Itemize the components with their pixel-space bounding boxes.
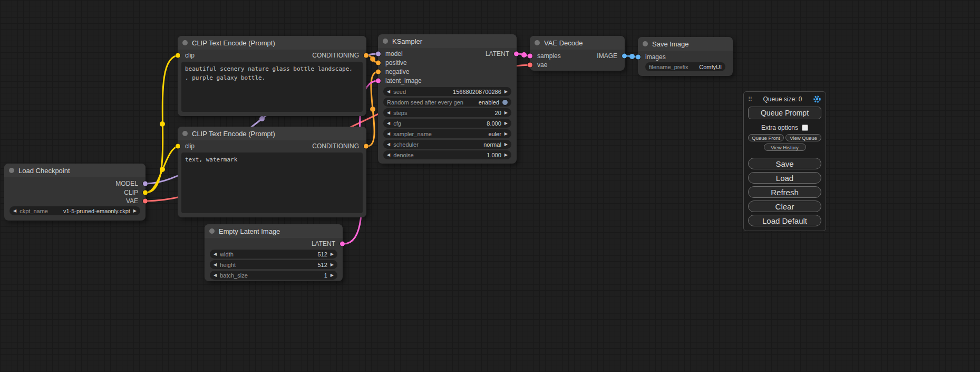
widget-scheduler[interactable]: ◀ scheduler normal ▶ — [383, 140, 511, 149]
input-slot-latent-image[interactable]: latent_image — [378, 77, 422, 85]
decrement-arrow-icon[interactable]: ◀ — [387, 129, 390, 138]
widget-ckpt-name[interactable]: ◀ ckpt_name v1-5-pruned-emaonly.ckpt ▶ — [9, 206, 140, 215]
input-slot-clip[interactable]: clip — [178, 142, 195, 150]
widget-steps[interactable]: ◀ steps 20 ▶ — [383, 108, 511, 117]
node-load-checkpoint[interactable]: Load Checkpoint MODEL CLIP VAE ◀ ckpt_na… — [4, 164, 145, 221]
toggle-knob-icon[interactable] — [502, 100, 508, 105]
decrement-arrow-icon[interactable]: ◀ — [214, 250, 217, 259]
conditioning-input-dot[interactable] — [376, 61, 381, 65]
collapse-dot-icon[interactable] — [535, 40, 540, 45]
collapse-dot-icon[interactable] — [209, 228, 215, 234]
node-header[interactable]: Save Image — [638, 37, 733, 51]
collapse-dot-icon[interactable] — [182, 131, 188, 136]
decrement-arrow-icon[interactable]: ◀ — [214, 260, 217, 269]
conditioning-output-dot[interactable] — [364, 53, 368, 58]
output-slot-latent[interactable]: LATENT — [312, 240, 343, 248]
save-button[interactable]: Save — [748, 158, 821, 169]
queue-front-button[interactable]: Queue Front — [748, 134, 784, 141]
output-slot-conditioning[interactable]: CONDITIONING — [312, 51, 366, 60]
node-header[interactable]: VAE Decode — [530, 36, 625, 50]
output-slot-latent[interactable]: LATENT — [486, 50, 517, 58]
prompt-textarea[interactable]: text, watermark — [181, 152, 363, 213]
widget-denoise[interactable]: ◀ denoise 1.000 ▶ — [383, 150, 511, 159]
load-default-button[interactable]: Load Default — [748, 215, 821, 226]
node-header[interactable]: KSampler — [378, 34, 517, 48]
node-empty-latent-image[interactable]: Empty Latent Image LATENT ◀ width 512 ▶ … — [205, 224, 343, 281]
graph-canvas[interactable]: Load Checkpoint MODEL CLIP VAE ◀ ckpt_na… — [0, 0, 980, 372]
model-input-dot[interactable] — [376, 52, 381, 56]
queue-prompt-button[interactable]: Queue Prompt — [748, 107, 821, 119]
increment-arrow-icon[interactable]: ▶ — [504, 140, 508, 149]
input-slot-vae[interactable]: vae — [530, 61, 547, 69]
input-slot-clip[interactable]: clip — [178, 51, 195, 60]
increment-arrow-icon[interactable]: ▶ — [504, 119, 508, 128]
widget-width[interactable]: ◀ width 512 ▶ — [210, 250, 337, 259]
node-clip-text-encode-negative[interactable]: CLIP Text Encode (Prompt) clip CONDITION… — [178, 127, 366, 217]
input-slot-positive[interactable]: positive — [378, 59, 407, 67]
collapse-dot-icon[interactable] — [383, 39, 388, 44]
output-slot-vae[interactable]: VAE — [126, 197, 145, 205]
widget-random-seed-toggle[interactable]: Random seed after every gen enabled — [383, 98, 511, 107]
refresh-button[interactable]: Refresh — [748, 186, 821, 198]
input-slot-images[interactable]: images — [638, 53, 666, 61]
output-slot-model[interactable]: MODEL — [115, 179, 145, 188]
widget-sampler-name[interactable]: ◀ sampler_name euler ▶ — [383, 129, 511, 138]
collapse-dot-icon[interactable] — [643, 41, 648, 46]
increment-arrow-icon[interactable]: ▶ — [504, 129, 508, 138]
input-slot-samples[interactable]: samples — [530, 52, 561, 60]
decrement-arrow-icon[interactable]: ◀ — [387, 150, 390, 159]
clip-output-dot[interactable] — [143, 190, 148, 195]
decrement-arrow-icon[interactable]: ◀ — [387, 140, 390, 149]
latent-output-dot[interactable] — [340, 242, 345, 246]
conditioning-input-dot[interactable] — [376, 70, 381, 74]
decrement-arrow-icon[interactable]: ◀ — [387, 119, 390, 128]
decrement-arrow-icon[interactable]: ◀ — [214, 271, 217, 280]
input-slot-negative[interactable]: negative — [378, 68, 409, 76]
output-slot-conditioning[interactable]: CONDITIONING — [312, 142, 366, 150]
increment-arrow-icon[interactable]: ▶ — [133, 206, 137, 215]
node-header[interactable]: Empty Latent Image — [205, 224, 343, 238]
increment-arrow-icon[interactable]: ▶ — [331, 271, 334, 280]
increment-arrow-icon[interactable]: ▶ — [504, 150, 508, 159]
vae-output-dot[interactable] — [143, 199, 148, 204]
image-input-dot[interactable] — [636, 55, 641, 60]
view-history-button[interactable]: View History — [764, 144, 806, 151]
node-ksampler[interactable]: KSampler model positive negative latent_… — [378, 34, 517, 164]
increment-arrow-icon[interactable]: ▶ — [331, 260, 334, 269]
widget-seed[interactable]: ◀ seed 156680208700286 ▶ — [383, 87, 511, 96]
prompt-textarea[interactable]: beautiful scenery nature glass bottle la… — [181, 62, 363, 112]
output-slot-clip[interactable]: CLIP — [124, 188, 145, 197]
vae-input-dot[interactable] — [528, 63, 532, 68]
node-vae-decode[interactable]: VAE Decode samples vae IMAGE — [530, 36, 625, 71]
image-output-dot[interactable] — [622, 54, 627, 59]
node-save-image[interactable]: Save Image images filename_prefix ComfyU… — [638, 37, 733, 76]
latent-input-dot[interactable] — [376, 79, 381, 83]
clear-button[interactable]: Clear — [748, 201, 821, 212]
latent-input-dot[interactable] — [528, 54, 532, 59]
widget-batch-size[interactable]: ◀ batch_size 1 ▶ — [210, 271, 337, 280]
node-header[interactable]: CLIP Text Encode (Prompt) — [178, 36, 366, 50]
node-header[interactable]: Load Checkpoint — [4, 164, 145, 177]
decrement-arrow-icon[interactable]: ◀ — [387, 108, 390, 117]
increment-arrow-icon[interactable]: ▶ — [504, 87, 508, 96]
view-queue-button[interactable]: View Queue — [785, 134, 821, 141]
widget-filename-prefix[interactable]: filename_prefix ComfyUI — [645, 62, 725, 71]
gear-icon[interactable] — [813, 95, 821, 103]
widget-height[interactable]: ◀ height 512 ▶ — [210, 260, 337, 269]
increment-arrow-icon[interactable]: ▶ — [331, 250, 334, 259]
drag-handle-icon[interactable]: ⠿ — [748, 97, 752, 102]
conditioning-output-dot[interactable] — [364, 144, 368, 149]
collapse-dot-icon[interactable] — [182, 40, 188, 45]
collapse-dot-icon[interactable] — [9, 168, 14, 173]
widget-cfg[interactable]: ◀ cfg 8.000 ▶ — [383, 119, 511, 128]
extra-options-checkbox[interactable] — [802, 125, 808, 131]
decrement-arrow-icon[interactable]: ◀ — [13, 206, 16, 215]
increment-arrow-icon[interactable]: ▶ — [504, 108, 508, 117]
decrement-arrow-icon[interactable]: ◀ — [387, 87, 390, 96]
node-clip-text-encode-positive[interactable]: CLIP Text Encode (Prompt) clip CONDITION… — [178, 36, 366, 116]
output-slot-image[interactable]: IMAGE — [597, 52, 625, 60]
load-button[interactable]: Load — [748, 172, 821, 184]
latent-output-dot[interactable] — [514, 52, 519, 56]
input-slot-model[interactable]: model — [378, 50, 403, 58]
clip-input-dot[interactable] — [176, 53, 180, 58]
